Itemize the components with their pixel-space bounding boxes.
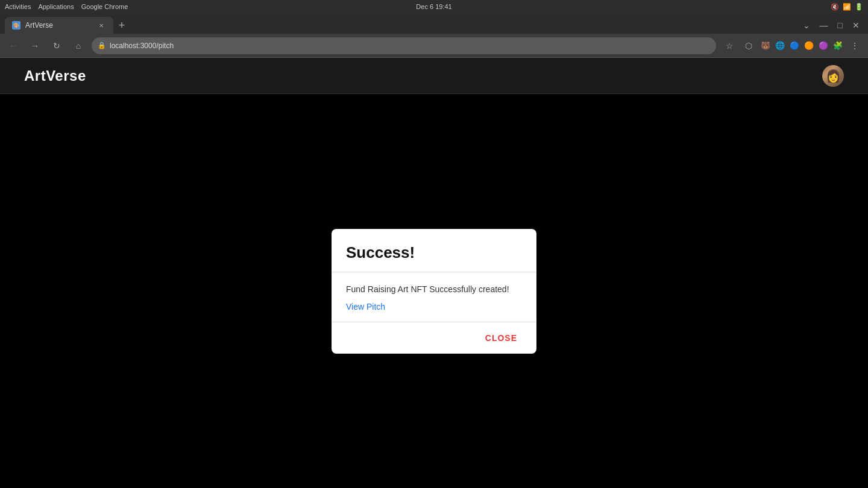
- app-logo: ArtVerse: [24, 67, 86, 84]
- modal-footer: CLOSE: [332, 322, 536, 354]
- volume-icon: 🔇: [831, 3, 839, 11]
- user-avatar[interactable]: 👩: [822, 65, 844, 87]
- os-applications[interactable]: Applications: [38, 3, 74, 10]
- modal-overlay: Success! Fund Raising Art NFT Successful…: [0, 94, 868, 488]
- bookmark-button[interactable]: ☆: [721, 37, 738, 54]
- new-tab-button[interactable]: +: [113, 17, 130, 34]
- ext-icon-5[interactable]: 🟣: [817, 40, 829, 52]
- tab-favicon: 🎨: [12, 21, 20, 30]
- home-button[interactable]: ⌂: [70, 37, 87, 54]
- reload-button[interactable]: ↻: [48, 37, 65, 54]
- ext-icon-4[interactable]: 🟠: [803, 40, 815, 52]
- close-button[interactable]: CLOSE: [480, 330, 522, 346]
- os-bar-left: Activities Applications Google Chrome: [5, 3, 128, 10]
- maximize-button[interactable]: □: [834, 19, 846, 31]
- os-bar-right: 🔇 📶 🔋: [831, 3, 863, 11]
- modal-message: Fund Raising Art NFT Successfully create…: [346, 284, 522, 294]
- os-bar: Activities Applications Google Chrome De…: [0, 0, 868, 13]
- ext-icon-2[interactable]: 🌐: [774, 40, 786, 52]
- minimize-button[interactable]: —: [816, 19, 832, 31]
- page-body: Success! Fund Raising Art NFT Successful…: [0, 94, 868, 488]
- url-display: localhost:3000/pitch: [110, 42, 174, 50]
- tab-search-button[interactable]: ⌄: [799, 19, 814, 31]
- share-button[interactable]: ⬡: [740, 37, 757, 54]
- back-button[interactable]: ←: [5, 37, 22, 54]
- tab-close-button[interactable]: ✕: [96, 20, 106, 30]
- os-datetime: Dec 6 19:41: [416, 3, 451, 10]
- tab-bar: 🎨 ArtVerse ✕ + ⌄ — □ ✕: [0, 13, 868, 34]
- os-activities[interactable]: Activities: [5, 3, 31, 10]
- lock-icon: 🔒: [98, 42, 106, 49]
- window-close-button[interactable]: ✕: [849, 19, 863, 31]
- ext-icon-6[interactable]: 🧩: [832, 40, 844, 52]
- tab-bar-actions: ⌄ — □ ✕: [799, 19, 863, 34]
- address-bar[interactable]: 🔒 localhost:3000/pitch: [92, 37, 716, 54]
- app-navbar: ArtVerse 👩: [0, 58, 868, 94]
- modal-title: Success!: [346, 243, 522, 262]
- modal-header: Success!: [332, 229, 536, 272]
- browser-tab[interactable]: 🎨 ArtVerse ✕: [5, 17, 113, 34]
- os-browser-label: Google Chrome: [81, 3, 128, 10]
- avatar-image: 👩: [822, 65, 844, 87]
- address-bar-row: ← → ↻ ⌂ 🔒 localhost:3000/pitch ☆ ⬡ 🐻 🌐 🔵…: [0, 34, 868, 58]
- menu-button[interactable]: ⋮: [846, 37, 863, 54]
- success-modal: Success! Fund Raising Art NFT Successful…: [332, 229, 536, 354]
- ext-icon-1[interactable]: 🐻: [760, 40, 772, 52]
- tab-title: ArtVerse: [25, 21, 92, 30]
- toolbar-right: ☆ ⬡ 🐻 🌐 🔵 🟠 🟣 🧩 ⋮: [721, 37, 863, 54]
- battery-icon: 🔋: [855, 3, 863, 11]
- modal-body: Fund Raising Art NFT Successfully create…: [332, 272, 536, 322]
- forward-button[interactable]: →: [27, 37, 43, 54]
- browser-window: 🎨 ArtVerse ✕ + ⌄ — □ ✕ ← → ↻ ⌂ 🔒 localho…: [0, 13, 868, 58]
- wifi-icon: 📶: [843, 3, 851, 11]
- app-content: ArtVerse 👩 Success! Fund Raising Art NFT…: [0, 58, 868, 488]
- view-pitch-link[interactable]: View Pitch: [346, 302, 385, 311]
- ext-icon-3[interactable]: 🔵: [788, 40, 800, 52]
